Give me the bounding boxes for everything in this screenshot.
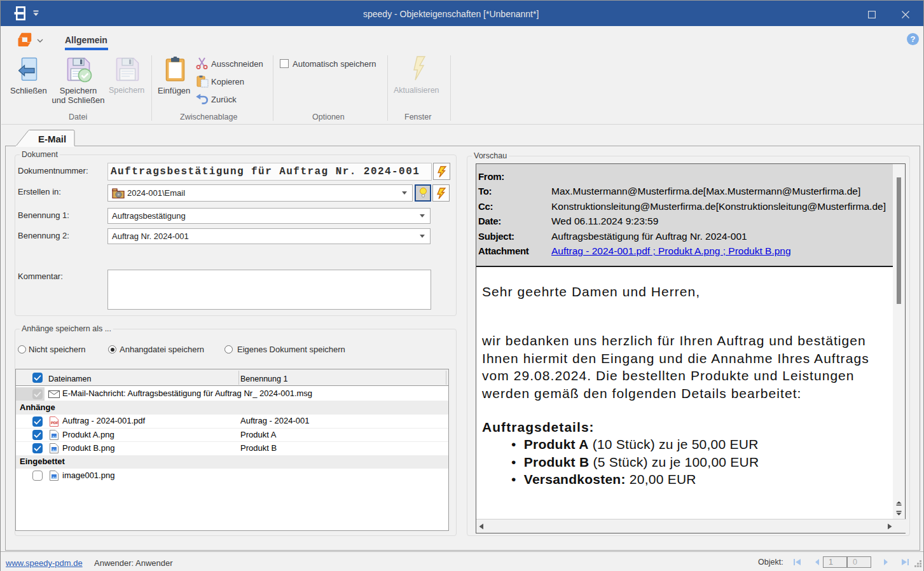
svg-text:PDF: PDF [51,421,59,425]
